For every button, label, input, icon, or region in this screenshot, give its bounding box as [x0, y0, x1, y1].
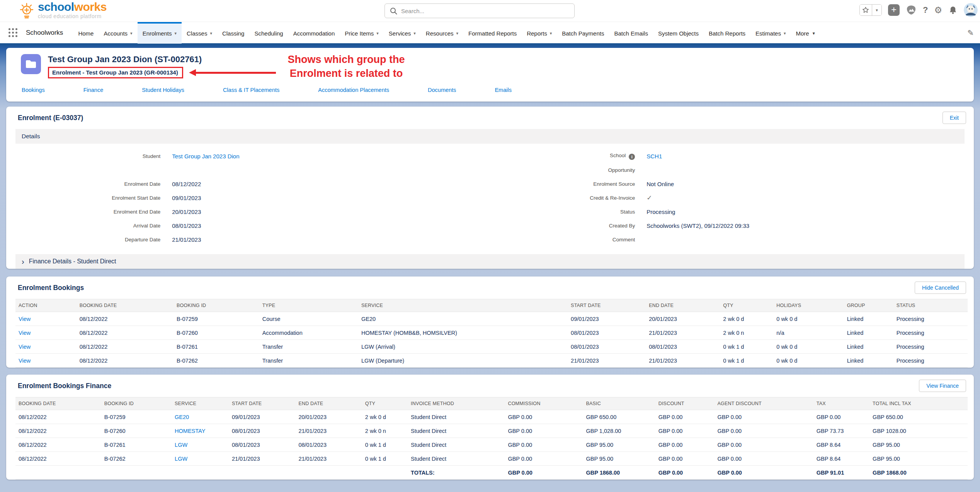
- star-icon[interactable]: [860, 5, 872, 15]
- help-icon[interactable]: ?: [923, 4, 928, 16]
- cell-booking-id: B-07259: [174, 312, 259, 326]
- cell-qty: 0 wk 1 d: [362, 438, 408, 452]
- notifications-bell-icon[interactable]: [948, 5, 958, 15]
- record-tab-class-it-placements[interactable]: Class & IT Placements: [223, 87, 279, 93]
- cell-booking-id: B-07261: [101, 438, 172, 452]
- cell-link-lgw[interactable]: LGW: [175, 456, 187, 462]
- nav-item-label: Batch Emails: [614, 30, 648, 37]
- record-tab-finance[interactable]: Finance: [83, 87, 104, 93]
- field-value-status: Processing: [647, 209, 675, 215]
- global-actions-plus-icon[interactable]: +: [888, 4, 900, 16]
- field-value-student[interactable]: Test Group Jan 2023 Dion: [172, 153, 239, 159]
- column-header-action: ACTION: [15, 299, 77, 312]
- record-tab-bookings[interactable]: Bookings: [22, 87, 45, 93]
- setup-gear-icon[interactable]: ⚙: [934, 4, 942, 16]
- nav-item-system-objects[interactable]: System Objects: [653, 22, 704, 44]
- cell-link-view[interactable]: View: [19, 358, 31, 364]
- cell-action: View: [15, 312, 77, 326]
- details-fields: StudentTest Group Jan 2023 DionEnrolment…: [6, 144, 974, 249]
- nav-item-label: Enrolments: [143, 30, 172, 37]
- cell-service: GE20: [358, 312, 568, 326]
- user-avatar[interactable]: [964, 3, 978, 17]
- cell-status: Processing: [893, 354, 968, 368]
- logo-word-school: school: [38, 0, 74, 13]
- nav-item-price-items[interactable]: Price Items▾: [340, 22, 384, 44]
- column-header-booking-date: BOOKING DATE: [77, 299, 174, 312]
- hide-cancelled-button[interactable]: Hide Cancelled: [915, 282, 966, 294]
- column-header-agent-discount: AGENT DISCOUNT: [714, 397, 813, 410]
- nav-item-classes[interactable]: Classes▾: [182, 22, 217, 44]
- nav-item-more[interactable]: More▼: [791, 22, 820, 44]
- nav-item-resources[interactable]: Resources▾: [421, 22, 463, 44]
- chevron-down-icon: ▾: [175, 31, 177, 36]
- app-launcher-waffle-icon[interactable]: [9, 28, 17, 37]
- cell-booking-date: 08/12/2022: [15, 410, 101, 424]
- bookings-card-title: Enrolment Bookings: [18, 284, 84, 292]
- chevron-down-icon: ▾: [130, 31, 133, 36]
- nav-item-classing[interactable]: Classing: [217, 22, 250, 44]
- cell-total-incl-tax: GBP 1028.00: [869, 424, 968, 438]
- cell-service: HOMESTAY (HOMB&B, HOMSILVER): [358, 326, 568, 340]
- field-value-enrolment-source: Not Online: [647, 181, 674, 187]
- nav-item-scheduling[interactable]: Scheduling: [249, 22, 288, 44]
- nav-item-batch-emails[interactable]: Batch Emails: [609, 22, 653, 44]
- info-icon[interactable]: i: [629, 154, 635, 160]
- logo-word-works: works: [74, 0, 107, 13]
- field-label-departure-date: Departure Date: [15, 237, 172, 243]
- field-departure-date: Departure Date21/01/2023: [15, 232, 490, 246]
- record-tab-documents[interactable]: Documents: [428, 87, 456, 93]
- cell-group: Linked: [844, 312, 893, 326]
- cell-link-view[interactable]: View: [19, 316, 31, 322]
- column-header-service: SERVICE: [172, 397, 229, 410]
- cell-type: Transfer: [259, 340, 358, 354]
- nav-item-label: Reports: [527, 30, 547, 37]
- cell-group: Linked: [844, 326, 893, 340]
- exit-button[interactable]: Exit: [943, 112, 966, 124]
- cell-link-view[interactable]: View: [19, 330, 31, 336]
- cell-discount: GBP 0.00: [655, 452, 715, 466]
- cell-link-ge20[interactable]: GE20: [175, 414, 189, 420]
- nav-item-reports[interactable]: Reports▾: [522, 22, 557, 44]
- field-value-enrolment-date: 08/12/2022: [172, 181, 201, 187]
- column-header-group: GROUP: [844, 299, 893, 312]
- record-tab-student-holidays[interactable]: Student Holidays: [142, 87, 184, 93]
- cell-total-incl-tax: GBP 95.00: [869, 438, 968, 452]
- nav-item-batch-payments[interactable]: Batch Payments: [557, 22, 609, 44]
- bookings-table-header-row: ACTIONBOOKING DATEBOOKING IDTYPESERVICES…: [15, 299, 968, 312]
- cell-link-lgw[interactable]: LGW: [175, 442, 187, 448]
- trailhead-icon[interactable]: [906, 5, 917, 15]
- nav-item-batch-reports[interactable]: Batch Reports: [704, 22, 750, 44]
- finance-details-toggle[interactable]: › Finance Details - Student Direct: [15, 254, 965, 269]
- record-tab-accommodation-placements[interactable]: Accommodation Placements: [318, 87, 389, 93]
- view-finance-button[interactable]: View Finance: [919, 380, 966, 392]
- nav-item-accounts[interactable]: Accounts▾: [99, 22, 137, 44]
- nav-item-estimates[interactable]: Estimates▾: [750, 22, 791, 44]
- nav-item-home[interactable]: Home: [73, 22, 99, 44]
- field-label-student: Student: [15, 153, 172, 159]
- cell-link-view[interactable]: View: [19, 344, 31, 350]
- cell-end-date: 20/01/2023: [295, 410, 362, 424]
- cell-type: Course: [259, 312, 358, 326]
- cell-invoice-method: Student Direct: [408, 424, 505, 438]
- search-input[interactable]: [385, 3, 575, 18]
- annotation-line-1: Shows which group the: [269, 53, 424, 66]
- field-label-status: Status: [490, 209, 647, 215]
- cell-link-homestay[interactable]: HOMESTAY: [175, 428, 205, 434]
- nav-item-enrolments[interactable]: Enrolments▾: [138, 22, 182, 44]
- cell-invoice-method: Student Direct: [408, 452, 505, 466]
- edit-nav-pencil-icon[interactable]: ✎: [967, 28, 975, 37]
- favorites-button[interactable]: ▾: [859, 4, 882, 16]
- nav-item-label: Scheduling: [254, 30, 283, 37]
- field-value-school[interactable]: SCH1: [647, 153, 662, 159]
- field-created-by: Created BySchoolworks (SWT2), 09/12/2022…: [490, 219, 965, 232]
- nav-item-formatted-reports[interactable]: Formatted Reports: [463, 22, 522, 44]
- field-student: StudentTest Group Jan 2023 Dion: [15, 149, 490, 163]
- record-tab-emails[interactable]: Emails: [495, 87, 512, 93]
- nav-item-accommodation[interactable]: Accommodation: [288, 22, 340, 44]
- column-header-booking-id: BOOKING ID: [174, 299, 259, 312]
- cell-booking-id: B-07262: [101, 452, 172, 466]
- record-subtitle-group-link[interactable]: Enrolment - Test Group Jan 2023 (GR-0001…: [48, 67, 183, 78]
- favorites-dropdown-icon[interactable]: ▾: [872, 5, 881, 15]
- annotation-arrow: [196, 72, 276, 74]
- nav-item-services[interactable]: Services▾: [384, 22, 421, 44]
